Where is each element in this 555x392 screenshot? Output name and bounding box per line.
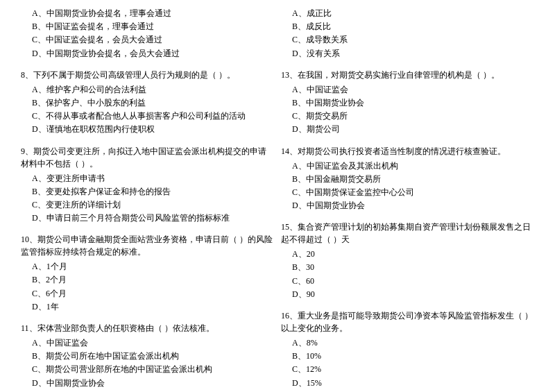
question-14: 14、对期货公司执行投资者适当性制度的情况进行核查验证。 A、中国证监会及其派出… [281, 145, 534, 213]
q10-option-a: A、1个月 [21, 260, 274, 273]
q13-option-c: C、期货交易所 [281, 110, 534, 123]
question-16-text: 16、重大业务是指可能导致期货公司净资本等风险监管指标发生（ ）以上变化的业务。 [281, 309, 534, 334]
question-14-text: 14、对期货公司执行投资者适当性制度的情况进行核查验证。 [281, 145, 534, 157]
option-b: B、中国证监会提名，理事会通过 [21, 20, 274, 33]
intro-options-right: A、成正比 B、成反比 C、成导数关系 D、没有关系 [281, 7, 534, 60]
q11-option-d: D、中国期货业协会 [21, 377, 274, 390]
q9-option-b: B、变更处拟客户保证金和持仓的报告 [21, 185, 274, 198]
q15-option-c: C、60 [281, 275, 534, 288]
q14-option-b: B、中国金融期货交易所 [281, 173, 534, 186]
question-10-text: 10、期货公司申请金融期货全面站营业务资格，申请日前（ ）的风险监管指标应持续符… [21, 233, 274, 258]
r-option-d: D、没有关系 [281, 47, 534, 60]
q14-option-c: C、中国期货保证金监控中心公司 [281, 186, 534, 199]
q11-option-a: A、中国证监会 [21, 336, 274, 350]
q16-option-b: B、10% [281, 350, 534, 363]
question-8: 8、下列不属于期货公司高级管理人员行为规则的是（ ）。 A、维护客户和公司的合法… [21, 69, 274, 137]
q13-option-b: B、中国期货业协会 [281, 96, 534, 110]
question-11: 11、宋体营业部负责人的任职资格由（ ）依法核准。 A、中国证监会 B、期货公司… [21, 322, 274, 390]
q16-option-c: C、12% [281, 363, 534, 376]
q10-option-b: B、2个月 [21, 273, 274, 287]
q8-option-a: A、维护客户和公司的合法利益 [21, 83, 274, 96]
q15-option-d: D、90 [281, 288, 534, 301]
question-9-text: 9、期货公司变更注所，向拟迁入地中国证监会派出机构提交的申请材料中不包括（ ）。 [21, 145, 274, 170]
q9-option-c: C、变更注所的详细计划 [21, 198, 274, 212]
left-column: A、中国期货业协会提名，理事会通过 B、中国证监会提名，理事会通过 C、中国证监… [21, 7, 274, 392]
question-13: 13、在我国，对期货交易实施行业自律管理的机构是（ ）。 A、中国证监会 B、中… [281, 69, 534, 137]
q8-option-c: C、不得从事或者配合他人从事损害客户和公司利益的活动 [21, 110, 274, 123]
intro-options-left: A、中国期货业协会提名，理事会通过 B、中国证监会提名，理事会通过 C、中国证监… [21, 7, 274, 60]
right-column: A、成正比 B、成反比 C、成导数关系 D、没有关系 13、在我国，对期货交易实… [281, 7, 534, 392]
question-16: 16、重大业务是指可能导致期货公司净资本等风险监管指标发生（ ）以上变化的业务。… [281, 309, 534, 390]
q9-option-a: A、变更注所申请书 [21, 172, 274, 185]
q11-option-c: C、期货公司营业部所在地的中国证监会派出机构 [21, 363, 274, 376]
q9-option-d: D、申请日前三个月符合期货公司风险监管的指标标准 [21, 212, 274, 225]
question-9: 9、期货公司变更注所，向拟迁入地中国证监会派出机构提交的申请材料中不包括（ ）。… [21, 145, 274, 225]
r-option-a: A、成正比 [281, 7, 534, 20]
page-content: A、中国期货业协会提名，理事会通过 B、中国证监会提名，理事会通过 C、中国证监… [21, 7, 534, 392]
q10-option-c: C、6个月 [21, 287, 274, 300]
q16-option-a: A、8% [281, 336, 534, 350]
q14-option-a: A、中国证监会及其派出机构 [281, 160, 534, 173]
q16-option-d: D、15% [281, 377, 534, 390]
option-d: D、中国期货业协会提名，会员大会通过 [21, 47, 274, 60]
question-11-text: 11、宋体营业部负责人的任职资格由（ ）依法核准。 [21, 322, 274, 334]
q8-option-b: B、保护客户、中小股东的利益 [21, 96, 274, 110]
q10-option-d: D、1年 [21, 300, 274, 314]
q11-option-b: B、期货公司所在地中国证监会派出机构 [21, 350, 274, 363]
question-10: 10、期货公司申请金融期货全面站营业务资格，申请日前（ ）的风险监管指标应持续符… [21, 233, 274, 314]
r-option-c: C、成导数关系 [281, 33, 534, 46]
r-option-b: B、成反比 [281, 20, 534, 33]
q13-option-d: D、期货公司 [281, 123, 534, 136]
q13-option-a: A、中国证监会 [281, 83, 534, 96]
option-c: C、中国证监会提名，会员大会通过 [21, 33, 274, 46]
question-15-text: 15、集合资产管理计划的初始募集期自资产管理计划份额展发售之日起不得超过（ ）天 [281, 221, 534, 246]
q8-option-d: D、谨慎地在职权范围内行使职权 [21, 123, 274, 136]
question-13-text: 13、在我国，对期货交易实施行业自律管理的机构是（ ）。 [281, 69, 534, 81]
q15-option-a: A、20 [281, 248, 534, 261]
option-a: A、中国期货业协会提名，理事会通过 [21, 7, 274, 20]
q15-option-b: B、30 [281, 261, 534, 274]
q14-option-d: D、中国期货业协会 [281, 199, 534, 212]
question-8-text: 8、下列不属于期货公司高级管理人员行为规则的是（ ）。 [21, 69, 274, 81]
question-15: 15、集合资产管理计划的初始募集期自资产管理计划份额展发售之日起不得超过（ ）天… [281, 221, 534, 301]
